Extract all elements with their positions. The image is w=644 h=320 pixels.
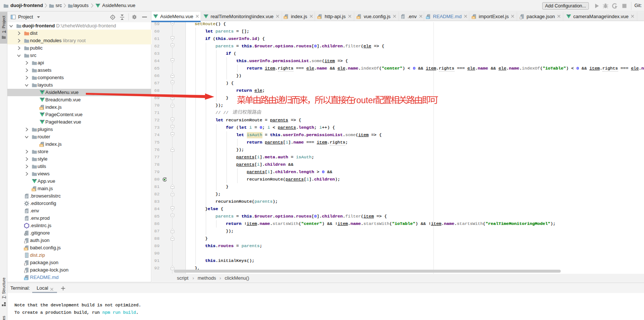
svg-text:{}: {} — [24, 263, 27, 266]
svg-text:JS: JS — [284, 16, 286, 18]
svg-text:{}: {} — [24, 240, 27, 243]
svg-text:router: router — [353, 95, 376, 105]
svg-text:JS: JS — [32, 189, 35, 191]
svg-text:{}: {} — [24, 270, 27, 273]
svg-text:JS: JS — [24, 248, 28, 250]
svg-text:JS: JS — [472, 16, 474, 18]
svg-text:JS: JS — [40, 107, 43, 110]
svg-text:JS: JS — [357, 16, 359, 18]
svg-text:{}: {} — [519, 16, 522, 19]
svg-text:MD: MD — [24, 278, 28, 280]
svg-text:MD: MD — [426, 16, 429, 18]
svg-text:JS: JS — [318, 16, 321, 18]
svg-text:JS: JS — [40, 144, 43, 147]
